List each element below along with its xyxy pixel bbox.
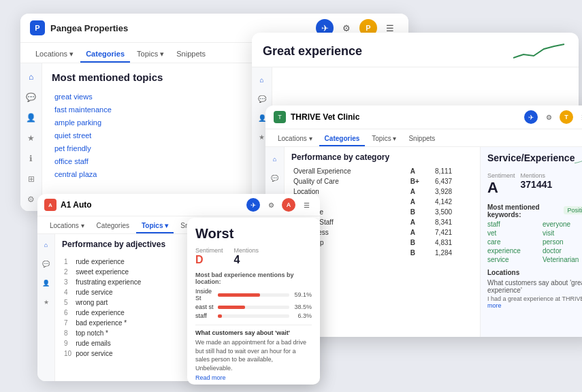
worst-bar-row: Inside St 59.1% <box>195 288 312 301</box>
sidebar-icon-info[interactable]: ℹ <box>25 152 38 165</box>
keyword-left: service <box>487 256 537 263</box>
bar-fill <box>218 293 260 297</box>
perf-score: 3,928 <box>433 186 473 197</box>
thrive-menu-btn[interactable]: ☰ <box>577 110 582 124</box>
perf-score: 7,421 <box>433 227 473 238</box>
perf-row[interactable]: Location A 3,928 <box>291 186 473 197</box>
a1-tab-categories[interactable]: Categories <box>91 219 135 233</box>
keyword-right: doctor <box>543 247 582 255</box>
thrive-perf-title: Performance by category <box>291 152 473 162</box>
perf-grade: B <box>408 207 433 217</box>
tab-locations[interactable]: Locations ▾ <box>30 47 79 63</box>
perf-cat-name: Overall Experience <box>291 166 408 176</box>
positive-btn[interactable]: Positive <box>564 206 582 214</box>
keywords-left: staffvetcareexperienceservice <box>487 220 537 265</box>
sidebar-icon-home[interactable]: ⌂ <box>25 70 38 84</box>
adj-rank: 10 <box>62 348 74 359</box>
a1-avatar: A <box>282 198 295 212</box>
thrive-tab-topics[interactable]: Topics ▾ <box>366 132 402 146</box>
bar-fill <box>218 314 222 318</box>
topic-name[interactable]: fast maintenance <box>52 103 255 116</box>
a1-action-btn[interactable]: ✈ <box>246 198 260 212</box>
a1-sidebar-user[interactable]: 👤 <box>39 276 53 290</box>
sidebar-icon-grid[interactable]: ⊞ <box>25 172 38 186</box>
keywords-grid: staffvetcareexperienceservice everyonevi… <box>487 220 582 265</box>
tab-categories[interactable]: Categories <box>80 47 130 63</box>
perf-score: 8,341 <box>433 217 473 227</box>
a1-tab-topics[interactable]: Topics ▾ <box>136 219 174 233</box>
adj-rank: 3 <box>62 277 74 287</box>
great-sidebar-home[interactable]: ⌂ <box>255 73 269 86</box>
adj-rank: 6 <box>62 308 74 318</box>
adj-rank: 2 <box>62 267 74 277</box>
worst-panel: Worst Sentiment D Mentions 4 Most bad ex… <box>187 218 320 385</box>
tab-topics[interactable]: Topics ▾ <box>131 47 169 63</box>
pangea-logo: P <box>30 20 45 35</box>
perf-score: 8,111 <box>433 166 473 176</box>
bar-track <box>218 314 289 318</box>
perf-grade: A <box>408 217 433 227</box>
perf-grade: A <box>408 166 433 176</box>
thrive-tab-snippets[interactable]: Snippets <box>403 132 440 146</box>
perf-row[interactable]: Overall Experience A 8,111 <box>291 166 473 176</box>
more-link[interactable]: more <box>487 302 502 309</box>
bar-track <box>218 293 289 297</box>
keyword-left: experience <box>487 247 537 255</box>
worst-quote1-title: What customers say about 'wait' <box>195 329 312 336</box>
perf-grade: B+ <box>408 176 433 186</box>
sidebar-icon-settings[interactable]: ⚙ <box>25 193 38 206</box>
topic-name[interactable]: quiet street <box>52 129 255 142</box>
bar-pct: 38.5% <box>293 304 312 310</box>
perf-row[interactable]: Quality of Care B+ 6,437 <box>291 176 473 186</box>
keyword-left: vet <box>487 229 537 237</box>
sidebar-icon-star[interactable]: ★ <box>25 131 38 145</box>
great-sidebar-chat[interactable]: 💬 <box>255 92 269 105</box>
keyword-right: person <box>543 238 582 246</box>
thrive-tab-locations[interactable]: Locations ▾ <box>272 132 318 146</box>
tab-snippets[interactable]: Snippets <box>171 47 211 63</box>
sidebar-icon-user[interactable]: 👤 <box>25 111 38 125</box>
bar-fill <box>218 306 245 309</box>
thrive-settings-btn[interactable]: ⚙ <box>542 110 555 124</box>
worst-title: Worst <box>195 226 312 242</box>
worst-metrics: Sentiment D Mentions 4 <box>195 247 312 266</box>
pangea-sidebar: ⌂ 💬 👤 ★ ℹ ⊞ ⚙ <box>20 63 42 211</box>
a1-sidebar-chat[interactable]: 💬 <box>39 257 53 271</box>
worst-mentions: Mentions 4 <box>234 247 259 266</box>
a1-titlebar-actions: ✈ ⚙ A ☰ <box>246 198 313 212</box>
perf-grade: A <box>408 197 433 207</box>
keyword-left: staff <box>487 220 537 228</box>
perf-score: 4,831 <box>433 238 473 248</box>
topic-name[interactable]: central plaza <box>52 167 255 180</box>
topic-name[interactable]: great views <box>52 90 255 103</box>
worst-sentiment: Sentiment D <box>195 247 223 266</box>
a1-sidebar-home[interactable]: ⌂ <box>39 238 53 252</box>
worst-bar-row: staff 6.3% <box>195 312 312 319</box>
a1-tab-locations[interactable]: Locations ▾ <box>44 219 90 233</box>
topic-name[interactable]: pet friendly <box>52 142 255 154</box>
thrive-sidebar-chat[interactable]: 💬 <box>268 172 282 185</box>
keywords-right: everyonevisitpersondoctorVeterinarian <box>543 220 582 265</box>
worst-read-more-1[interactable]: Read more <box>195 374 312 382</box>
thrive-actions: ✈ ⚙ T ☰ <box>524 110 582 124</box>
a1-sidebar-star[interactable]: ★ <box>39 295 53 309</box>
a1-settings-btn[interactable]: ⚙ <box>264 198 278 212</box>
topic-name[interactable]: office staff <box>52 154 255 167</box>
perf-score: 1,284 <box>433 248 473 258</box>
service-sparkline <box>575 152 582 169</box>
worst-bars: Most bad experience mentions by location… <box>195 272 312 319</box>
thrive-sidebar-home[interactable]: ⌂ <box>268 152 282 166</box>
perf-score: 4,142 <box>433 197 473 207</box>
sidebar-icon-chat[interactable]: 💬 <box>25 91 38 104</box>
adj-rank: 8 <box>62 328 74 338</box>
thrive-right: Service/Experience Sentiment A Mentions … <box>480 147 582 337</box>
worst-quote1: We made an appointment for a bad drive b… <box>195 338 312 382</box>
thrive-action-btn[interactable]: ✈ <box>524 110 538 124</box>
thrive-titlebar: T THRIVE Vet Clinic ✈ ⚙ T ☰ <box>265 105 582 129</box>
thrive-tab-categories[interactable]: Categories <box>319 132 366 146</box>
topic-name[interactable]: ample parking <box>52 116 255 129</box>
adj-rank: 7 <box>62 318 74 328</box>
a1-menu-btn[interactable]: ☰ <box>300 198 313 212</box>
keyword-right: Veterinarian <box>543 256 582 263</box>
what-customers: What customers say about 'great experien… <box>487 279 582 294</box>
